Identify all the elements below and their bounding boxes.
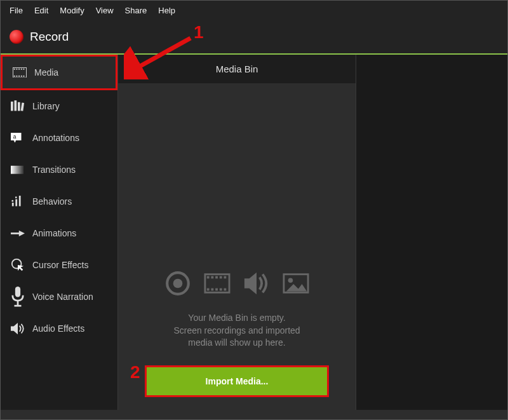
microphone-icon bbox=[11, 291, 25, 302]
filmstrip-large-icon bbox=[204, 270, 231, 299]
sidebar-item-label: Library bbox=[32, 101, 60, 111]
import-media-button[interactable]: Import Media... bbox=[145, 365, 329, 397]
speaker-large-icon bbox=[243, 270, 270, 299]
svg-rect-18 bbox=[11, 166, 23, 174]
svg-point-23 bbox=[15, 196, 17, 198]
sidebar-item-label: Media bbox=[34, 67, 58, 78]
filmstrip-icon bbox=[13, 67, 27, 78]
empty-message: Your Media Bin is empty. Screen recordin… bbox=[173, 312, 300, 349]
svg-marker-48 bbox=[286, 284, 307, 291]
svg-rect-6 bbox=[14, 76, 15, 77]
svg-rect-20 bbox=[15, 199, 17, 206]
svg-marker-27 bbox=[18, 265, 23, 271]
preview-area bbox=[356, 55, 507, 410]
svg-rect-38 bbox=[220, 276, 222, 279]
media-bin-panel: Media Bin Your M bbox=[118, 55, 356, 410]
menu-view[interactable]: View bbox=[96, 6, 114, 15]
svg-rect-36 bbox=[211, 276, 213, 279]
svg-rect-37 bbox=[215, 276, 218, 279]
sidebar-item-label: Annotations bbox=[32, 133, 79, 143]
image-large-icon bbox=[283, 270, 309, 299]
sidebar-item-behaviors[interactable]: Behaviors bbox=[1, 186, 117, 217]
svg-rect-5 bbox=[23, 69, 25, 70]
menu-help[interactable]: Help bbox=[158, 6, 175, 15]
svg-marker-25 bbox=[19, 230, 25, 236]
svg-rect-14 bbox=[21, 102, 24, 111]
sidebar-item-label: Behaviors bbox=[32, 196, 72, 207]
record-row: Record bbox=[1, 20, 507, 53]
sidebar-item-annotations[interactable]: a Annotations bbox=[1, 122, 117, 154]
media-type-icons bbox=[164, 111, 309, 299]
menu-file[interactable]: File bbox=[10, 6, 23, 15]
svg-rect-7 bbox=[17, 76, 18, 77]
svg-rect-44 bbox=[224, 288, 227, 291]
cursor-effects-icon bbox=[11, 259, 25, 271]
svg-rect-39 bbox=[224, 276, 227, 279]
record-icon[interactable] bbox=[10, 30, 23, 44]
svg-rect-11 bbox=[11, 102, 13, 111]
menubar: File Edit Modify View Share Help bbox=[1, 1, 507, 20]
svg-rect-19 bbox=[12, 203, 14, 206]
svg-point-22 bbox=[11, 200, 13, 202]
svg-rect-43 bbox=[220, 288, 222, 291]
sidebar-item-label: Cursor Effects bbox=[32, 260, 88, 270]
library-icon bbox=[11, 100, 25, 112]
sidebar-item-library[interactable]: Library bbox=[1, 90, 117, 122]
media-bin-title: Media Bin bbox=[118, 55, 356, 83]
sidebar-item-animations[interactable]: Animations bbox=[1, 217, 117, 249]
svg-rect-21 bbox=[19, 196, 21, 206]
svg-rect-9 bbox=[21, 76, 22, 77]
svg-rect-40 bbox=[207, 288, 210, 291]
empty-line2: Screen recordings and imported bbox=[173, 325, 300, 337]
svg-point-33 bbox=[173, 279, 183, 288]
svg-rect-42 bbox=[215, 288, 218, 291]
svg-rect-12 bbox=[15, 100, 17, 111]
svg-rect-2 bbox=[17, 69, 18, 70]
svg-rect-35 bbox=[207, 276, 210, 279]
svg-rect-1 bbox=[14, 69, 15, 70]
sidebar-item-label: Transitions bbox=[32, 165, 76, 175]
sidebar-item-transitions[interactable]: Transitions bbox=[1, 154, 117, 186]
empty-line3: media will show up here. bbox=[173, 337, 300, 349]
svg-rect-4 bbox=[21, 69, 22, 70]
record-label[interactable]: Record bbox=[30, 30, 69, 44]
menu-share[interactable]: Share bbox=[125, 6, 147, 15]
svg-marker-17 bbox=[14, 140, 17, 143]
sidebar: Media Library a Annotations Transitions … bbox=[1, 55, 118, 410]
svg-text:a: a bbox=[13, 134, 17, 140]
svg-rect-41 bbox=[211, 288, 213, 291]
media-bin-body: Your Media Bin is empty. Screen recordin… bbox=[118, 83, 356, 410]
menu-edit[interactable]: Edit bbox=[34, 6, 48, 15]
sidebar-item-audio-effects[interactable]: Audio Effects bbox=[1, 313, 117, 344]
sidebar-item-media[interactable]: Media bbox=[1, 55, 117, 90]
annotations-icon: a bbox=[11, 132, 25, 144]
behaviors-icon bbox=[11, 196, 25, 207]
record-circle-icon bbox=[164, 270, 191, 299]
svg-rect-3 bbox=[18, 69, 20, 70]
svg-rect-13 bbox=[18, 102, 20, 111]
animations-icon bbox=[11, 227, 25, 239]
svg-marker-31 bbox=[11, 323, 18, 334]
svg-rect-8 bbox=[18, 76, 20, 77]
main-area: Media Library a Annotations Transitions … bbox=[1, 55, 507, 410]
empty-line1: Your Media Bin is empty. bbox=[173, 312, 300, 325]
sidebar-item-label: Animations bbox=[32, 228, 76, 238]
menu-modify[interactable]: Modify bbox=[60, 6, 84, 15]
transitions-icon bbox=[11, 164, 25, 175]
sidebar-item-voice-narration[interactable]: Voice Narration bbox=[1, 281, 117, 313]
sidebar-item-label: Audio Effects bbox=[32, 323, 84, 334]
svg-point-47 bbox=[288, 278, 293, 283]
sidebar-item-label: Voice Narration bbox=[32, 292, 93, 302]
speaker-icon bbox=[11, 323, 25, 334]
sidebar-item-cursor-effects[interactable]: Cursor Effects bbox=[1, 249, 117, 281]
content-area: Media Bin Your M bbox=[118, 55, 507, 410]
svg-marker-45 bbox=[244, 273, 257, 294]
svg-rect-28 bbox=[15, 287, 20, 297]
svg-rect-10 bbox=[23, 76, 25, 77]
